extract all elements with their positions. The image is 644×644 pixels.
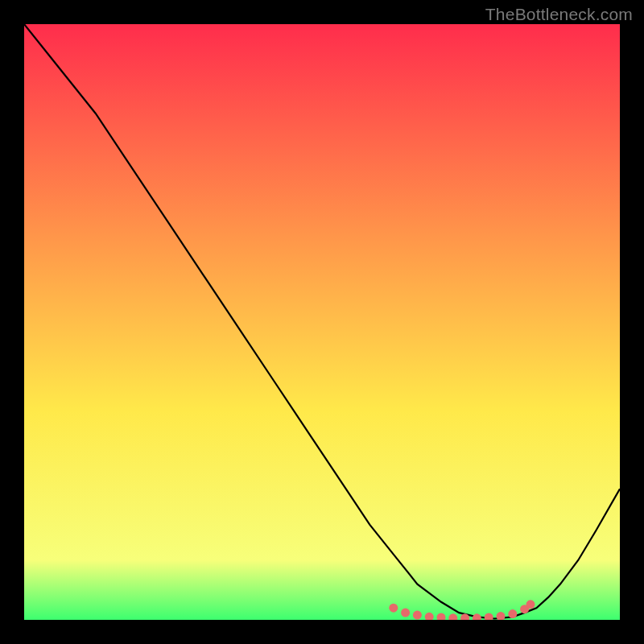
plot-area [24,24,620,620]
watermark-text: TheBottleneck.com [485,5,633,24]
chart-svg [24,24,620,620]
min-dot [413,611,422,620]
min-dot [401,609,410,617]
gradient-background [24,24,620,620]
min-dot [389,604,398,613]
min-dot [526,600,535,609]
min-dot [508,609,517,618]
